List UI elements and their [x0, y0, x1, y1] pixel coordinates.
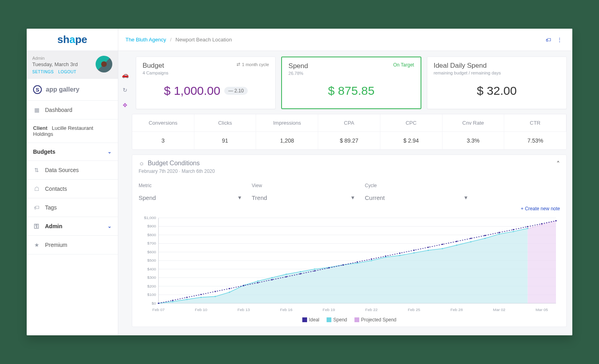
- kpi-cycle[interactable]: ⇄ 1 month cycle: [237, 62, 269, 67]
- app-gallery-link[interactable]: S app gallery: [27, 79, 118, 101]
- svg-rect-59: [470, 241, 472, 243]
- avatar[interactable]: [96, 56, 112, 72]
- more-menu-icon[interactable]: ⋮: [554, 34, 565, 45]
- budget-conditions-panel: ☼ Budget Conditions February 7th 2020 · …: [132, 155, 567, 327]
- car-icon[interactable]: 🚗: [121, 71, 129, 79]
- kpi-card-budget: Budget 4 Campaigns ⇄ 1 month cycle $ 1,0…: [136, 57, 276, 109]
- sidebar-item-contacts[interactable]: ☖ Contacts: [27, 180, 118, 198]
- metric-header: CTR: [504, 114, 566, 132]
- kpi-card-spend: Spend 26.78% On Target $ 875.85: [281, 57, 421, 109]
- key-icon: ⚿: [33, 223, 40, 230]
- svg-rect-45: [272, 277, 273, 278]
- panel-date-range: February 7th 2020 · March 6th 2020: [139, 168, 215, 174]
- vertical-toolbar: 🚗 ↻ ✥: [118, 57, 132, 109]
- caret-down-icon: ▾: [238, 194, 241, 201]
- kpi-status: On Target: [393, 62, 414, 68]
- sidebar-item-budgets[interactable]: Budgets ⌄: [27, 143, 118, 161]
- legend-proj: Projected Spend: [361, 317, 397, 323]
- svg-rect-69: [229, 288, 230, 289]
- svg-rect-81: [399, 252, 400, 254]
- contacts-icon: ☖: [33, 185, 40, 192]
- svg-rect-70: [243, 285, 244, 286]
- svg-text:$800: $800: [147, 233, 157, 237]
- svg-text:Feb 19: Feb 19: [323, 307, 335, 312]
- kpi-title: Ideal Daily Spend: [434, 62, 501, 70]
- sidebar-item-label: Admin: [45, 223, 103, 229]
- svg-rect-78: [356, 261, 358, 262]
- move-icon[interactable]: ✥: [121, 101, 129, 109]
- sidebar-client-row[interactable]: Client Lucille Restaurant Holdings: [27, 119, 118, 143]
- svg-rect-85: [456, 241, 457, 242]
- data-source-icon: ⇅: [33, 166, 40, 174]
- metric-header: Clicks: [194, 114, 256, 132]
- svg-rect-66: [186, 297, 188, 298]
- cycle-select[interactable]: Current▾: [365, 192, 468, 204]
- svg-text:$0: $0: [152, 301, 157, 305]
- svg-rect-39: [186, 299, 188, 300]
- tag-icon: 🏷: [33, 204, 40, 211]
- svg-rect-73: [286, 276, 287, 278]
- metric-value: 7.53%: [504, 132, 566, 149]
- user-role: Admin: [32, 56, 92, 61]
- svg-text:$500: $500: [147, 258, 157, 262]
- svg-rect-58: [456, 245, 457, 246]
- svg-rect-88: [499, 232, 500, 233]
- sidebar-item-admin[interactable]: ⚿ Admin ⌄: [27, 217, 118, 236]
- sidebar-item-tags[interactable]: 🏷 Tags: [27, 198, 118, 217]
- svg-rect-71: [257, 282, 258, 283]
- tag-action-icon[interactable]: 🏷: [543, 34, 554, 45]
- star-icon: ★: [33, 241, 40, 249]
- svg-rect-42: [229, 292, 230, 293]
- caret-down-icon: ▾: [351, 194, 354, 201]
- grid-icon: ▦: [33, 106, 40, 114]
- sidebar: shape Admin Tuesday, March 3rd SETTINGS …: [27, 29, 118, 335]
- sidebar-item-premium[interactable]: ★ Premium: [27, 236, 118, 254]
- metric-value: 3: [132, 132, 194, 149]
- logout-link[interactable]: LOGOUT: [58, 70, 76, 74]
- metric-select[interactable]: Spend▾: [139, 192, 242, 204]
- sidebar-item-data-sources[interactable]: ⇅ Data Sources: [27, 161, 118, 180]
- svg-text:Feb 28: Feb 28: [450, 307, 463, 312]
- cycle-icon: ⇄: [237, 62, 240, 67]
- create-note-link[interactable]: + Create new note: [139, 206, 560, 211]
- svg-rect-82: [413, 250, 415, 251]
- sidebar-item-label: Dashboard: [45, 107, 112, 113]
- breadcrumb-sep: /: [170, 37, 172, 43]
- legend-spend: Spend: [333, 317, 347, 323]
- svg-rect-74: [300, 273, 301, 274]
- refresh-icon[interactable]: ↻: [121, 86, 129, 94]
- view-select[interactable]: Trend▾: [252, 192, 355, 204]
- chart-legend: Ideal Spend Projected Spend: [139, 317, 560, 323]
- svg-rect-90: [527, 226, 528, 227]
- svg-text:$300: $300: [147, 275, 157, 280]
- svg-text:$1,000: $1,000: [144, 215, 156, 220]
- settings-link[interactable]: SETTINGS: [32, 70, 54, 74]
- svg-rect-75: [314, 270, 315, 272]
- kpi-sub: 4 Campaigns: [143, 70, 168, 75]
- metric-value: $ 89.27: [318, 132, 380, 149]
- svg-text:Feb 16: Feb 16: [280, 307, 292, 312]
- svg-text:$700: $700: [147, 241, 157, 245]
- breadcrumb-agency[interactable]: The Bluth Agency: [125, 37, 166, 43]
- svg-rect-41: [215, 296, 216, 297]
- svg-text:Feb 25: Feb 25: [408, 307, 420, 312]
- svg-rect-40: [200, 297, 202, 298]
- user-box: Admin Tuesday, March 3rd SETTINGS LOGOUT: [27, 51, 118, 79]
- svg-rect-63: [527, 228, 528, 229]
- kpi-title: Budget: [143, 62, 168, 70]
- svg-rect-38: [172, 301, 173, 302]
- svg-rect-61: [499, 233, 500, 235]
- kpi-card-ideal: Ideal Daily Spend remaining budget / rem…: [427, 57, 567, 109]
- metric-value: 1,208: [256, 132, 318, 149]
- kpi-title: Spend: [288, 62, 308, 70]
- metric-header: CPC: [380, 114, 442, 132]
- kpi-value: $ 875.85: [328, 84, 375, 98]
- spend-trend-chart: $0$100$200$300$400$500$600$700$800$900$1…: [139, 214, 560, 313]
- svg-rect-48: [314, 268, 315, 270]
- svg-rect-83: [428, 247, 429, 248]
- svg-rect-76: [328, 267, 329, 268]
- sidebar-item-dashboard[interactable]: ▦ Dashboard: [27, 101, 118, 119]
- collapse-panel-icon[interactable]: ˄: [556, 160, 560, 168]
- sidebar-item-label: Budgets: [33, 149, 103, 155]
- svg-text:Feb 07: Feb 07: [152, 307, 164, 312]
